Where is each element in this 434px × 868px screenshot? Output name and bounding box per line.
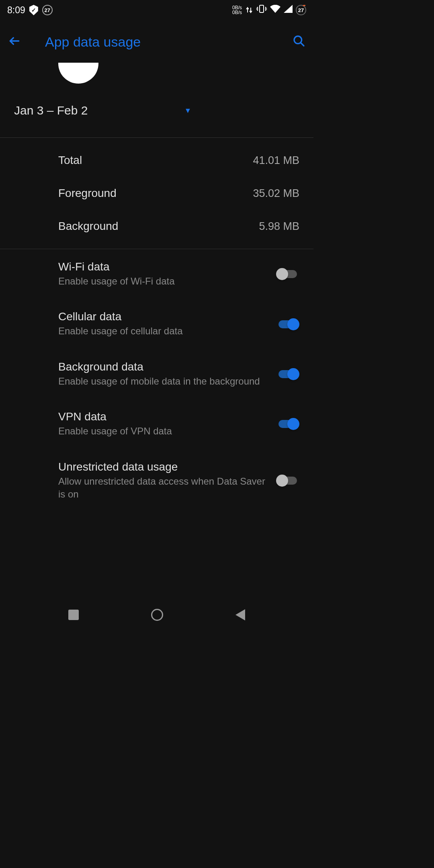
stat-label: Foreground — [58, 187, 117, 200]
toggle-switch-wifi[interactable] — [276, 268, 299, 280]
nav-home-button[interactable] — [151, 609, 163, 621]
search-button[interactable] — [293, 35, 305, 49]
data-speed-indicator: 0B/s 0B/s — [232, 5, 242, 15]
toggle-title: Unrestricted data usage — [58, 461, 268, 473]
app-bar: App data usage — [0, 20, 313, 63]
stat-value: 35.02 MB — [253, 187, 299, 200]
toggle-row-cellular[interactable]: Cellular data Enable usage of cellular d… — [0, 299, 313, 349]
data-arrows-icon — [245, 5, 253, 15]
toggle-subtitle: Enable usage of VPN data — [58, 425, 268, 438]
usage-stats-section: Total 41.01 MB Foreground 35.02 MB Backg… — [0, 138, 313, 249]
back-button[interactable] — [8, 35, 21, 49]
toggle-settings-section: Wi-Fi data Enable usage of Wi-Fi data Ce… — [0, 249, 313, 512]
toggle-row-background[interactable]: Background data Enable usage of mobile d… — [0, 349, 313, 399]
nav-back-button[interactable] — [235, 609, 245, 620]
shield-check-icon — [29, 5, 38, 15]
stat-label: Background — [58, 220, 118, 233]
toggle-switch-unrestricted[interactable] — [276, 475, 299, 487]
stat-row-total: Total 41.01 MB — [0, 144, 313, 177]
wifi-icon — [270, 5, 280, 15]
date-range-text: Jan 3 – Feb 2 — [14, 104, 88, 117]
status-bar-right: 0B/s 0B/s 27 — [232, 4, 306, 16]
toggle-title: Background data — [58, 360, 268, 373]
toggle-row-unrestricted[interactable]: Unrestricted data usage Allow unrestrict… — [0, 449, 313, 512]
battery-badge-icon: 27 — [296, 5, 306, 15]
toggle-title: VPN data — [58, 410, 268, 423]
notification-badge-icon: 27 — [42, 5, 53, 15]
toggle-title: Wi-Fi data — [58, 260, 268, 273]
vibrate-icon — [256, 4, 267, 16]
status-bar-left: 8:09 27 — [7, 5, 53, 16]
dropdown-arrow-icon: ▼ — [184, 106, 191, 115]
stat-value: 5.98 MB — [259, 220, 299, 233]
toggle-subtitle: Enable usage of mobile data in the backg… — [58, 375, 268, 388]
navigation-bar — [0, 603, 313, 627]
toggle-row-wifi[interactable]: Wi-Fi data Enable usage of Wi-Fi data — [0, 249, 313, 299]
app-header-area — [0, 63, 313, 88]
stat-row-foreground: Foreground 35.02 MB — [0, 177, 313, 210]
toggle-subtitle: Enable usage of Wi-Fi data — [58, 275, 268, 288]
toggle-row-vpn[interactable]: VPN data Enable usage of VPN data — [0, 399, 313, 449]
date-range-selector[interactable]: Jan 3 – Feb 2 ▼ — [0, 88, 313, 137]
stat-row-background: Background 5.98 MB — [0, 210, 313, 243]
toggle-subtitle: Allow unrestricted data access when Data… — [58, 475, 268, 501]
nav-recent-button[interactable] — [68, 610, 79, 620]
stat-value: 41.01 MB — [253, 154, 299, 167]
toggle-subtitle: Enable usage of cellular data — [58, 325, 268, 338]
page-title: App data usage — [45, 34, 268, 50]
status-time: 8:09 — [7, 5, 25, 16]
toggle-switch-cellular[interactable] — [276, 318, 299, 330]
cellular-signal-icon — [284, 5, 293, 15]
toggle-switch-background[interactable] — [276, 368, 299, 380]
stat-label: Total — [58, 154, 82, 167]
toggle-title: Cellular data — [58, 310, 268, 323]
toggle-switch-vpn[interactable] — [276, 418, 299, 430]
svg-rect-0 — [260, 5, 264, 12]
status-bar: 8:09 27 0B/s 0B/s 27 — [0, 0, 313, 20]
svg-line-7 — [301, 43, 304, 46]
